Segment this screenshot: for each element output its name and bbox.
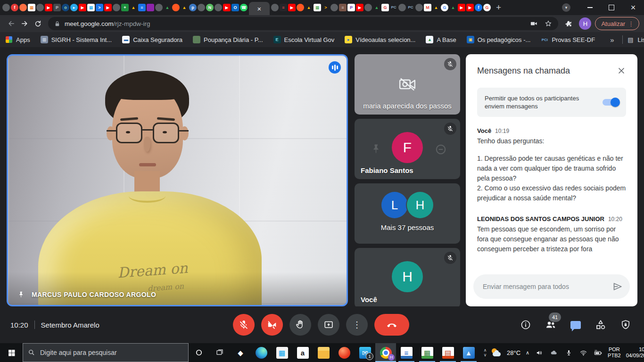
chat-toggle-button[interactable] [570,319,582,331]
participant-tile[interactable]: maria aparecida dos passos [355,54,460,115]
tab-favicon[interactable]: ▶ [356,4,363,11]
taskbar-app-calc[interactable]: ▦ [417,343,438,362]
tab-favicon[interactable]: ▶ [466,4,474,11]
tab-favicon[interactable]: ▶ [458,4,465,11]
meeting-details-icon[interactable] [520,319,532,331]
bookmark-item[interactable]: Poupança Diária - P... [193,36,263,43]
present-screen-button[interactable] [318,314,339,336]
tab-favicon[interactable] [155,4,163,11]
tab-favicon[interactable] [147,4,154,11]
taskbar-app-impress[interactable]: ▤ [438,343,458,362]
participants-button[interactable]: 41 [545,319,557,331]
taskbar-app-store[interactable]: ▦ [272,343,292,362]
mic-muted-button[interactable] [233,314,255,336]
activities-button[interactable] [594,319,607,331]
tab-favicon[interactable]: N [206,4,214,11]
wifi-icon[interactable] [578,349,588,357]
taskbar-search-box[interactable] [23,343,189,362]
weather-temperature[interactable]: 28°C [507,349,520,356]
reload-button[interactable] [31,17,44,30]
taskbar-app-mail[interactable]: ✉1 [355,343,375,362]
tab-favicon[interactable]: ▲ [449,4,457,11]
bookmark-item[interactable]: EEscola Virtual Gov [273,36,335,43]
new-tab-button[interactable]: + [496,2,501,13]
chrome-update-button[interactable]: Atualizar ⋮ [595,17,639,30]
tab-favicon[interactable]: p [189,4,197,11]
raise-hand-button[interactable] [289,314,311,336]
tab-favicon[interactable]: PC [390,4,397,11]
tab-favicon[interactable]: ≡ [339,4,347,11]
taskbar-app-explorer[interactable] [313,343,334,362]
microphone-icon[interactable] [564,349,573,356]
camera-permission-icon[interactable] [530,19,538,28]
tab-favicon[interactable]: f [475,4,482,11]
extensions-puzzle-icon[interactable] [562,17,575,30]
tab-search-icon[interactable]: ▾ [562,3,570,12]
taskbar-app-photos[interactable]: ▲ [458,343,479,362]
tab-favicon[interactable] [2,4,10,11]
tab-favicon[interactable]: ▲ [373,4,380,11]
minimize-button[interactable] [579,0,601,15]
participant-tile[interactable]: FFabiano Santos [355,119,460,179]
tab-favicon[interactable]: P [347,4,355,11]
tab-favicon[interactable]: G [483,4,491,11]
tab-favicon[interactable]: ▲ [432,4,440,11]
language-indicator[interactable]: POR PTB2 [608,346,621,359]
tab-favicon[interactable]: f [11,4,18,11]
tab-favicon[interactable]: ▦ [87,4,95,11]
bookmark-item[interactable]: ▬Caixa Seguradora [122,36,182,43]
tab-favicon[interactable]: o [62,4,69,11]
tab-favicon[interactable] [297,4,304,11]
tab-favicon[interactable] [113,4,120,11]
task-view-button[interactable] [209,343,230,362]
tab-favicon[interactable]: ▸ [70,4,78,11]
leave-call-button[interactable] [374,314,409,336]
tab-favicon[interactable]: ▲ [130,4,137,11]
bookmark-item[interactable]: PCiProvas SEE-DF [541,36,595,43]
tab-favicon[interactable] [215,4,222,11]
tab-favicon[interactable]: ▶ [104,4,112,11]
taskbar-app-amazon[interactable]: a [292,343,313,362]
camera-muted-button[interactable] [261,314,283,336]
tab-favicon[interactable]: ▦ [28,4,35,11]
tab-favicon[interactable]: G [441,4,448,11]
main-video-tile[interactable]: Dream on dream on MARCUS PAULO CARDOSO A… [7,54,348,306]
tab-favicon[interactable] [198,4,205,11]
tab-favicon[interactable]: ▦ [314,4,321,11]
forward-button[interactable] [18,17,31,30]
tab-favicon[interactable]: ≡ [138,4,146,11]
tab-favicon[interactable]: ▲ [164,4,171,11]
tab-favicon[interactable]: > [96,4,103,11]
close-button[interactable]: × [622,0,644,15]
taskbar-app-office[interactable] [334,343,355,362]
bookmark-star-icon[interactable] [544,19,553,28]
allow-messages-toggle[interactable] [603,99,619,106]
chevron-down-icon[interactable]: ∨ [484,353,487,357]
taskbar-search-input[interactable] [39,348,183,357]
bookmark-item[interactable]: ▥SIGRH - Sistema Int... [41,36,112,43]
address-bar[interactable]: meet.google.com/rjz-mpdw-irg [48,17,558,30]
profile-avatar[interactable]: H [579,17,591,30]
bookmark-item[interactable]: ▸Vídeoaulas selecion... [345,36,415,43]
battery-icon[interactable] [593,348,603,357]
active-tab[interactable]: × [249,2,270,15]
tray-expand-chevron-icon[interactable]: ∧ [526,350,529,356]
cortana-button[interactable] [189,343,209,362]
bookmark-item[interactable]: ▲A Base [426,36,456,43]
tab-favicon[interactable] [415,4,423,11]
chat-close-icon[interactable] [616,65,627,76]
chat-message-input[interactable] [482,282,612,291]
back-button[interactable] [5,17,18,30]
tab-favicon[interactable]: G [381,4,389,11]
volume-icon[interactable] [535,349,544,357]
tab-favicon[interactable]: M [424,4,431,11]
tab-favicon[interactable]: ▲ [305,4,313,11]
bookmarks-overflow-chevron[interactable]: » [605,36,619,44]
tab-favicon[interactable]: P [53,4,61,11]
taskbar-app-writer[interactable]: ≡ [396,343,417,362]
tab-close-icon[interactable]: × [257,5,262,12]
tab-favicon[interactable]: ▶ [79,4,86,11]
participant-tile[interactable]: LHMais 37 pessoas [355,183,460,244]
chevron-up-icon[interactable]: ∧ [484,348,487,353]
clock[interactable]: 10:20 04/09/2021 [626,346,644,359]
